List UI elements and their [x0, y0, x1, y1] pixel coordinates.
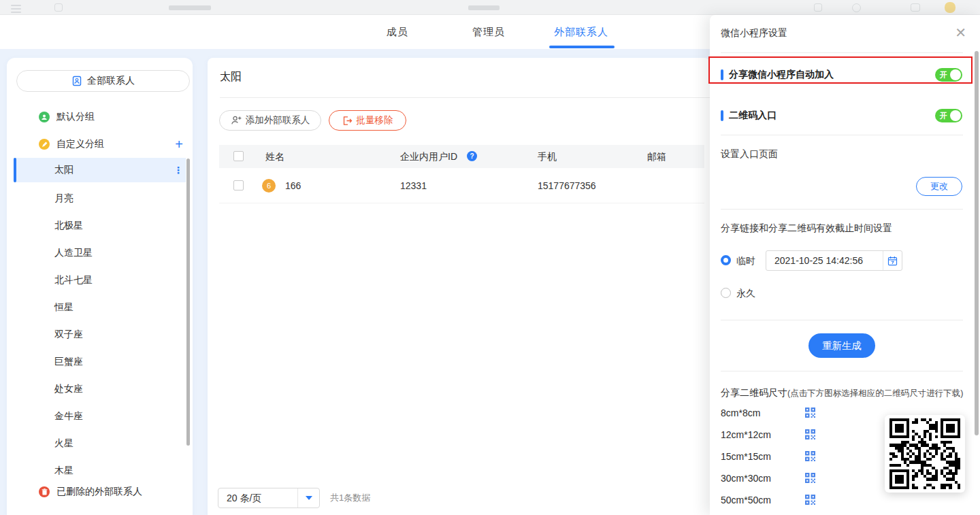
- group-label: 木星: [54, 465, 74, 477]
- group-label: 人造卫星: [54, 247, 93, 259]
- qr-download-icon[interactable]: [805, 495, 815, 508]
- sidebar-group-item-selected[interactable]: 太阳 ⋮: [7, 158, 193, 182]
- add-external-contact-label: 添加外部联系人: [246, 114, 310, 127]
- qr-download-icon[interactable]: [805, 451, 815, 464]
- group-label: 双子座: [54, 329, 83, 341]
- remove-export-icon: [342, 116, 353, 126]
- qr-size-value: 30cm*30cm: [721, 471, 771, 485]
- default-group-label: 默认分组: [56, 111, 95, 123]
- sidebar-group-item[interactable]: 恒星: [7, 298, 193, 317]
- forever-radio[interactable]: [721, 288, 731, 298]
- temporary-option-row: 临时 2021-10-25 14:42:56: [710, 250, 980, 271]
- change-entry-page-button[interactable]: 更改: [916, 177, 962, 196]
- entry-page-label: 设置入口页面: [721, 147, 778, 161]
- toolbar-icon: [814, 3, 822, 12]
- page-size-select[interactable]: 20 条/页: [218, 488, 320, 508]
- emoji-icon: [945, 2, 956, 13]
- dimmed-background-bar: [0, 0, 980, 15]
- qr-entry-toggle[interactable]: 开: [935, 109, 962, 122]
- contacts-sidebar: 全部联系人 默认分组 自定义分组 + 太阳 ⋮ 月亮 北极星 人造卫星 北斗七星…: [7, 58, 193, 515]
- qr-code-preview-card: [885, 415, 965, 493]
- group-label: 金牛座: [54, 410, 83, 422]
- sidebar-group-item[interactable]: 处女座: [7, 380, 193, 399]
- tab-external-contacts[interactable]: 外部联系人: [554, 15, 608, 49]
- table-row[interactable]: 6 166 12331 15177677356: [219, 168, 704, 203]
- column-name: 姓名: [265, 145, 284, 168]
- sidebar-group-item[interactable]: 金牛座: [7, 407, 193, 426]
- trash-icon: [39, 486, 50, 497]
- expire-date-value: 2021-10-25 14:42:56: [766, 255, 883, 266]
- sidebar-group-item[interactable]: 巨蟹座: [7, 352, 193, 371]
- group-label: 北斗七星: [54, 274, 93, 286]
- page-size-value: 20 条/页: [227, 488, 261, 508]
- sidebar-item-custom-group[interactable]: 自定义分组 +: [7, 135, 193, 154]
- qr-download-icon[interactable]: [805, 429, 815, 442]
- close-icon[interactable]: ✕: [955, 24, 966, 41]
- column-user-id: 企业内用户ID: [400, 145, 457, 168]
- section-tick: [721, 110, 723, 121]
- avatar: 6: [262, 179, 276, 193]
- total-count-label: 共1条数据: [330, 488, 370, 508]
- drawer-title-divider: [721, 52, 963, 53]
- app-icon: [54, 3, 63, 12]
- select-all-checkbox[interactable]: [233, 151, 244, 161]
- cell-name: 166: [285, 168, 301, 203]
- qr-entry-label: 二维码入口: [729, 110, 777, 122]
- active-tab-underline: [549, 46, 615, 48]
- sidebar-item-deleted-contacts[interactable]: 已删除的外部联系人: [7, 482, 193, 501]
- tab-admins[interactable]: 管理员: [472, 15, 505, 49]
- cell-phone: 15177677356: [538, 168, 596, 203]
- user-icon: [911, 3, 920, 12]
- temporary-radio[interactable]: [721, 255, 731, 265]
- sidebar-group-item[interactable]: 双子座: [7, 325, 193, 344]
- group-label: 火星: [54, 437, 74, 450]
- qr-size-value: 12cm*12cm: [721, 428, 771, 442]
- sidebar-group-item[interactable]: 北斗七星: [7, 271, 193, 290]
- group-label: 太阳: [54, 164, 74, 176]
- qr-code-image: [889, 418, 960, 489]
- add-group-button[interactable]: +: [175, 137, 183, 151]
- group-label: 月亮: [54, 193, 74, 205]
- calendar-icon[interactable]: [883, 251, 902, 270]
- toggle-knob: [950, 110, 961, 121]
- sidebar-group-item[interactable]: 火星: [7, 434, 193, 453]
- qr-download-icon[interactable]: [805, 408, 815, 420]
- cell-user-id: 12331: [400, 168, 427, 203]
- forever-option-row: 永久: [710, 286, 980, 301]
- group-label: 恒星: [54, 301, 74, 314]
- sidebar-item-default-group[interactable]: 默认分组: [7, 107, 193, 127]
- temporary-label: 临时: [736, 250, 755, 271]
- sidebar-group-item[interactable]: 木星: [7, 461, 193, 480]
- qr-size-value: 8cm*8cm: [721, 406, 760, 420]
- chevron-down-icon: [306, 496, 312, 500]
- qr-download-icon[interactable]: [805, 473, 815, 486]
- batch-remove-label: 批量移除: [357, 114, 393, 127]
- help-icon: [852, 3, 861, 12]
- sidebar-group-item[interactable]: 人造卫星: [7, 244, 193, 263]
- regenerate-button[interactable]: 重新生成: [808, 333, 875, 358]
- expire-date-input[interactable]: 2021-10-25 14:42:56: [766, 250, 902, 271]
- group-label: 处女座: [54, 383, 83, 395]
- all-contacts-button[interactable]: 全部联系人: [16, 70, 190, 92]
- row-checkbox[interactable]: [233, 180, 244, 190]
- column-email: 邮箱: [647, 145, 666, 168]
- group-detail-panel: 太阳 添加外部联系人 批量移除 姓名 企业内用户ID ? 手机 邮箱 6 166…: [208, 58, 710, 515]
- sidebar-group-item[interactable]: 月亮: [7, 189, 193, 208]
- dropdown-caret-box[interactable]: [297, 488, 319, 508]
- qr-entry-setting-row: 二维码入口 开: [710, 107, 980, 124]
- add-external-contact-button[interactable]: 添加外部联系人: [219, 110, 321, 131]
- person-plus-icon: [231, 115, 242, 126]
- user-id-help-icon[interactable]: ?: [467, 151, 477, 161]
- panel-scrollbar-thumb[interactable]: [975, 51, 979, 435]
- batch-remove-button[interactable]: 批量移除: [329, 110, 406, 131]
- change-button-label: 更改: [930, 180, 948, 193]
- regenerate-label: 重新生成: [822, 339, 862, 352]
- group-more-icon[interactable]: ⋮: [174, 166, 183, 174]
- sidebar-scrollbar-thumb[interactable]: [186, 159, 190, 446]
- section-divider: [721, 209, 963, 210]
- toggle-on-label: 开: [940, 109, 947, 122]
- section-divider: [721, 320, 963, 320]
- sidebar-group-item[interactable]: 北极星: [7, 216, 193, 235]
- tab-members[interactable]: 成员: [387, 15, 408, 49]
- qr-size-value: 50cm*50cm: [721, 493, 771, 507]
